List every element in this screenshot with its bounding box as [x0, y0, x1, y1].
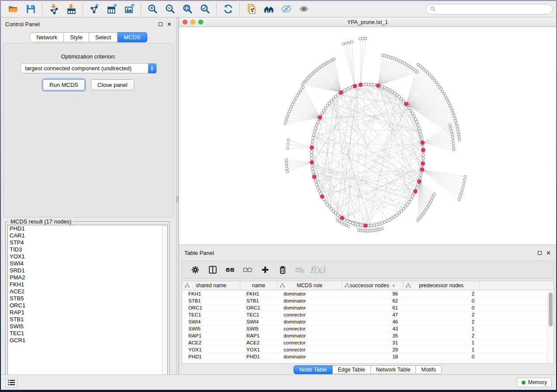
table-row[interactable]: FKH1FKH1dominator962 — [182, 290, 554, 297]
mcds-result-item[interactable]: GCR1 — [8, 337, 167, 344]
table-row[interactable]: RAP1RAP1dominator352 — [182, 332, 554, 339]
ring-node[interactable] — [324, 200, 327, 203]
ring-node[interactable] — [410, 109, 412, 112]
ring-node[interactable] — [310, 154, 313, 156]
column-header-name[interactable]: name — [240, 281, 277, 290]
mcds-result-list[interactable]: PHD1CAR1STP4TID3YOX1SWI4SRD1PMA2FKH1ACE2… — [7, 225, 168, 382]
ring-node[interactable] — [413, 115, 415, 117]
mcds-node[interactable] — [363, 224, 367, 228]
mcds-result-item[interactable]: TEC1 — [8, 330, 167, 337]
leaf-node[interactable] — [457, 131, 460, 133]
ring-node[interactable] — [381, 86, 383, 88]
ring-node[interactable] — [406, 203, 408, 206]
leaf-node[interactable] — [301, 83, 304, 86]
leaf-node[interactable] — [458, 136, 460, 138]
close-table-panel-icon[interactable]: ✕ — [546, 250, 551, 256]
leaf-node[interactable] — [450, 130, 453, 133]
leaf-node[interactable] — [448, 102, 450, 104]
copy-network-button[interactable] — [242, 2, 260, 16]
table-row[interactable]: TEC1TEC1connector472 — [182, 311, 554, 318]
leaf-node[interactable] — [285, 165, 288, 167]
mcds-result-item[interactable]: SRD1 — [8, 267, 167, 274]
hide-selected-button[interactable] — [277, 2, 295, 16]
tab-edge-table[interactable]: Edge Table — [332, 365, 370, 374]
leaf-node[interactable] — [417, 63, 419, 66]
ring-node[interactable] — [415, 121, 418, 124]
leaf-node[interactable] — [342, 43, 345, 45]
mcds-node[interactable] — [312, 175, 316, 179]
table-row[interactable]: ACE2ACE2connector311 — [182, 339, 554, 346]
table-row[interactable]: PHD1PHD1dominator180 — [182, 353, 554, 360]
column-header-successor-nodes[interactable]: successor nodes∨ — [342, 281, 403, 290]
leaf-node[interactable] — [454, 120, 457, 122]
table-row[interactable]: STB1STB1dominator620 — [182, 297, 554, 304]
ring-node[interactable] — [315, 124, 318, 127]
mcds-node[interactable] — [318, 116, 322, 120]
ring-node[interactable] — [351, 222, 354, 224]
ring-node[interactable] — [313, 130, 316, 133]
import-table-button[interactable] — [62, 2, 80, 16]
mcds-result-item[interactable]: PMA2 — [8, 274, 167, 281]
ring-node[interactable] — [317, 121, 319, 124]
leaf-node[interactable] — [456, 125, 458, 127]
table-row[interactable]: SWI5SWI5connector431 — [182, 325, 554, 332]
show-columns-button[interactable] — [205, 262, 221, 277]
leaf-node[interactable] — [451, 136, 454, 139]
leaf-node[interactable] — [449, 124, 451, 127]
show-all-button[interactable] — [295, 2, 312, 16]
table-row[interactable]: YOX1YOX1connector291 — [182, 346, 554, 353]
ring-node[interactable] — [381, 222, 383, 224]
ring-node[interactable] — [422, 154, 425, 156]
delete-table-button[interactable] — [292, 262, 308, 277]
ring-node[interactable] — [367, 224, 370, 227]
add-column-button[interactable] — [257, 262, 273, 277]
tab-node-table[interactable]: Node Table — [294, 365, 332, 374]
ring-node[interactable] — [418, 127, 420, 130]
leaf-node[interactable] — [287, 113, 290, 115]
delete-column-button[interactable] — [275, 262, 291, 277]
tab-network[interactable]: Network — [30, 32, 64, 42]
import-network-button[interactable] — [45, 2, 62, 16]
ring-node[interactable] — [411, 112, 414, 115]
leaf-node[interactable] — [286, 170, 289, 173]
ring-node[interactable] — [312, 171, 315, 173]
close-mcds-panel-button[interactable]: Close panel — [91, 79, 134, 90]
leaf-node[interactable] — [463, 182, 465, 185]
mcds-result-item[interactable]: TID3 — [8, 246, 167, 253]
ring-node[interactable] — [373, 83, 375, 86]
open-file-button[interactable] — [4, 2, 22, 16]
ring-node[interactable] — [402, 208, 405, 210]
column-header-shared-name[interactable]: shared name — [182, 281, 240, 290]
ring-node[interactable] — [417, 183, 419, 186]
ring-node[interactable] — [370, 224, 373, 227]
ring-node[interactable] — [354, 223, 356, 225]
leaf-node[interactable] — [381, 227, 384, 230]
network-canvas[interactable] — [179, 27, 556, 244]
mcds-node[interactable] — [359, 83, 363, 87]
run-mcds-button[interactable]: Run MCDS — [43, 79, 85, 90]
memory-button[interactable]: Memory — [517, 378, 552, 387]
ring-node[interactable] — [359, 224, 362, 227]
ring-node[interactable] — [417, 124, 419, 127]
mcds-node[interactable] — [310, 146, 314, 150]
ring-node[interactable] — [408, 107, 411, 109]
ring-node[interactable] — [367, 83, 370, 86]
zoom-selected-button[interactable] — [196, 2, 214, 16]
ring-node[interactable] — [422, 157, 425, 160]
leaf-node[interactable] — [450, 107, 453, 109]
leaf-node[interactable] — [449, 104, 451, 107]
mcds-node[interactable] — [310, 161, 314, 165]
export-network-button[interactable] — [86, 2, 103, 16]
ring-node[interactable] — [314, 127, 317, 130]
leaf-node[interactable] — [381, 54, 384, 57]
ring-node[interactable] — [420, 134, 422, 136]
leaf-node[interactable] — [348, 41, 350, 44]
splitter-grip[interactable] — [176, 196, 178, 203]
save-session-button[interactable] — [22, 2, 39, 16]
mcds-result-item[interactable]: STB5 — [8, 295, 167, 302]
ring-node[interactable] — [312, 134, 315, 136]
leaf-node[interactable] — [286, 147, 289, 150]
leaf-node[interactable] — [286, 115, 289, 117]
mcds-node[interactable] — [421, 148, 425, 152]
ring-node[interactable] — [370, 83, 373, 86]
